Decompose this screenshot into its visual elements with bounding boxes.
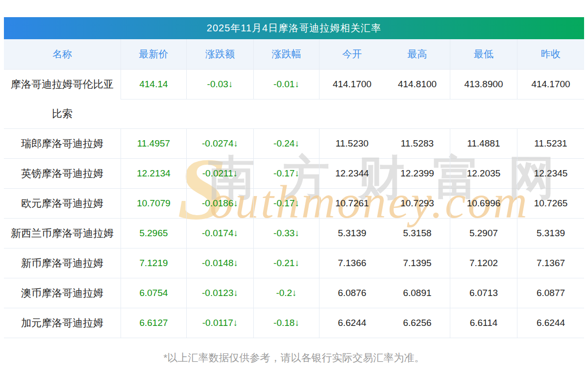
low-cell: 11.4881 xyxy=(450,129,517,158)
open-cell: 7.1366 xyxy=(319,248,385,278)
low-cell: 5.2907 xyxy=(450,219,517,248)
currency-pair-name: 加元摩洛哥迪拉姆 xyxy=(4,308,121,338)
latest-cell: 11.4957 xyxy=(121,129,186,158)
change-cell: -0.0174↓ xyxy=(186,219,253,248)
open-cell: 414.1700 xyxy=(319,70,385,99)
change-cell: -0.0186↓ xyxy=(186,189,253,218)
change-pct-cell: -0.18↓ xyxy=(253,308,319,338)
table-row: 新西兰币摩洛哥迪拉姆5.2965-0.0174↓-0.33↓5.31395.31… xyxy=(4,219,584,248)
open-cell: 11.5230 xyxy=(319,129,385,158)
column-header-low: 最低 xyxy=(450,39,517,69)
high-cell: 11.5283 xyxy=(385,129,450,158)
column-header-high: 最高 xyxy=(385,39,450,69)
change-pct-cell: -0.21↓ xyxy=(253,248,319,278)
high-cell: 12.2399 xyxy=(385,159,450,188)
table-row: 欧元摩洛哥迪拉姆10.7079-0.0186↓-0.17↓10.726110.7… xyxy=(4,189,584,219)
high-cell: 6.0891 xyxy=(385,278,450,308)
prev-close-cell: 6.6244 xyxy=(517,308,584,338)
change-cell: -0.03↓ xyxy=(186,70,253,99)
low-cell: 6.6114 xyxy=(450,308,517,338)
latest-cell: 10.7079 xyxy=(121,189,186,218)
table-row: 澳币摩洛哥迪拉姆6.0754-0.0123↓-0.2↓6.08766.08916… xyxy=(4,278,584,308)
change-cell: -0.0211↓ xyxy=(186,159,253,188)
currency-pair-name: 英镑摩洛哥迪拉姆 xyxy=(4,159,121,188)
currency-pair-name: 瑞郎摩洛哥迪拉姆 xyxy=(4,129,121,158)
column-header-prev-close: 昨收 xyxy=(517,39,584,69)
high-cell: 414.8100 xyxy=(385,70,450,99)
high-cell: 6.6256 xyxy=(385,308,450,338)
high-cell: 5.3158 xyxy=(385,219,450,248)
table-header-row: 名称 最新价 涨跌额 涨跌幅 今开 最高 最低 昨收 xyxy=(4,39,584,70)
prev-close-cell: 12.2345 xyxy=(517,159,584,188)
table-title: 2025年11月4日摩洛哥迪拉姆相关汇率 xyxy=(4,17,584,39)
prev-close-cell: 11.5231 xyxy=(517,129,584,158)
change-pct-cell: -0.17↓ xyxy=(253,159,319,188)
change-cell: -0.0117↓ xyxy=(186,308,253,338)
open-cell: 6.0876 xyxy=(319,278,385,308)
open-cell: 10.7261 xyxy=(319,189,385,218)
table-body: 摩洛哥迪拉姆哥伦比亚比索414.14-0.03↓-0.01↓414.170041… xyxy=(4,70,584,338)
table-row: 瑞郎摩洛哥迪拉姆11.4957-0.0274↓-0.24↓11.523011.5… xyxy=(4,129,584,159)
latest-cell: 5.2965 xyxy=(121,219,186,248)
low-cell: 6.0713 xyxy=(450,278,517,308)
low-cell: 7.1202 xyxy=(450,248,517,278)
change-pct-cell: -0.33↓ xyxy=(253,219,319,248)
change-cell: -0.0274↓ xyxy=(186,129,253,158)
latest-cell: 12.2134 xyxy=(121,159,186,188)
currency-pair-name: 摩洛哥迪拉姆哥伦比亚比索 xyxy=(4,70,121,128)
column-header-open: 今开 xyxy=(319,39,385,69)
change-pct-cell: -0.01↓ xyxy=(253,70,319,99)
column-header-change-pct: 涨跌幅 xyxy=(253,39,319,69)
change-pct-cell: -0.17↓ xyxy=(253,189,319,218)
change-pct-cell: -0.2↓ xyxy=(253,278,319,308)
table-row: 摩洛哥迪拉姆哥伦比亚比索414.14-0.03↓-0.01↓414.170041… xyxy=(4,70,584,129)
open-cell: 6.6244 xyxy=(319,308,385,338)
latest-cell: 6.6127 xyxy=(121,308,186,338)
table-row: 新币摩洛哥迪拉姆7.1219-0.0148↓-0.21↓7.13667.1395… xyxy=(4,248,584,278)
open-cell: 5.3139 xyxy=(319,219,385,248)
exchange-rate-table: 2025年11月4日摩洛哥迪拉姆相关汇率 名称 最新价 涨跌额 涨跌幅 今开 最… xyxy=(4,17,584,338)
change-pct-cell: -0.24↓ xyxy=(253,129,319,158)
prev-close-cell: 10.7265 xyxy=(517,189,584,218)
table-row: 加元摩洛哥迪拉姆6.6127-0.0117↓-0.18↓6.62446.6256… xyxy=(4,308,584,338)
page: 2025年11月4日摩洛哥迪拉姆相关汇率 名称 最新价 涨跌额 涨跌幅 今开 最… xyxy=(0,0,588,371)
prev-close-cell: 414.1700 xyxy=(517,70,584,99)
low-cell: 12.2035 xyxy=(450,159,517,188)
low-cell: 10.6996 xyxy=(450,189,517,218)
open-cell: 12.2344 xyxy=(319,159,385,188)
change-cell: -0.0123↓ xyxy=(186,278,253,308)
prev-close-cell: 5.3139 xyxy=(517,219,584,248)
currency-pair-name: 新币摩洛哥迪拉姆 xyxy=(4,248,121,278)
latest-cell: 414.14 xyxy=(121,70,186,99)
latest-cell: 7.1219 xyxy=(121,248,186,278)
latest-cell: 6.0754 xyxy=(121,278,186,308)
first-row-empty-space xyxy=(121,99,584,128)
first-row-values: 414.14-0.03↓-0.01↓414.1700414.8100413.89… xyxy=(121,70,584,128)
low-cell: 413.8900 xyxy=(450,70,517,99)
disclaimer-text: *以上汇率数据仅供参考，请以各银行实际交易汇率为准。 xyxy=(4,351,584,365)
currency-pair-name: 新西兰币摩洛哥迪拉姆 xyxy=(4,219,121,248)
table-row: 英镑摩洛哥迪拉姆12.2134-0.0211↓-0.17↓12.234412.2… xyxy=(4,159,584,189)
column-header-change: 涨跌额 xyxy=(186,39,253,69)
prev-close-cell: 6.0877 xyxy=(517,278,584,308)
currency-pair-name: 澳币摩洛哥迪拉姆 xyxy=(4,278,121,308)
prev-close-cell: 7.1367 xyxy=(517,248,584,278)
high-cell: 10.7293 xyxy=(385,189,450,218)
column-header-latest: 最新价 xyxy=(121,39,186,69)
currency-pair-name: 欧元摩洛哥迪拉姆 xyxy=(4,189,121,218)
column-header-name: 名称 xyxy=(4,39,121,69)
high-cell: 7.1395 xyxy=(385,248,450,278)
change-cell: -0.0148↓ xyxy=(186,248,253,278)
